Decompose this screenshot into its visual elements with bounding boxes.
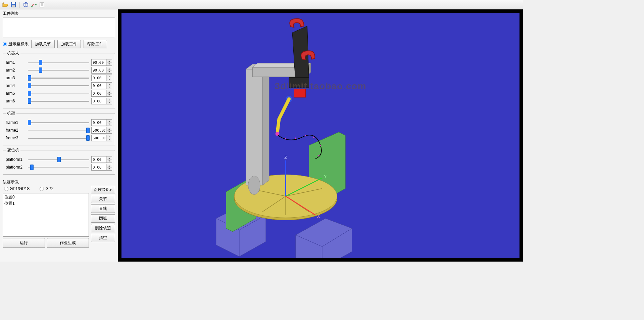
arm-slider[interactable] [28, 75, 89, 81]
svg-point-4 [35, 4, 37, 5]
main-toolbar [0, 0, 523, 9]
platform-spinner[interactable]: ▲▼ [91, 164, 112, 171]
save-icon[interactable] [10, 1, 17, 8]
spin-up-icon[interactable]: ▲ [107, 156, 112, 160]
generate-button[interactable]: 作业生成 [47, 238, 89, 248]
spin-down-icon[interactable]: ▼ [107, 131, 112, 134]
svg-rect-1 [12, 2, 15, 4]
gp1-radio[interactable]: GP1/GP1S [4, 186, 30, 191]
svg-text:Y: Y [324, 174, 327, 179]
svg-rect-20 [289, 78, 309, 88]
spin-down-icon[interactable]: ▼ [107, 168, 112, 171]
run-button[interactable]: 运行 [3, 238, 45, 248]
delete-traj-button[interactable]: 删除轨迹 [91, 224, 115, 232]
spin-up-icon[interactable]: ▲ [107, 90, 112, 94]
spin-down-icon[interactable]: ▼ [107, 71, 112, 74]
frame-spinner[interactable]: ▲▼ [91, 127, 112, 134]
position-item[interactable]: 位置0 [4, 194, 87, 200]
teach-title: 轨迹示教 [3, 179, 115, 185]
platform-label: platform2 [6, 165, 26, 170]
path-icon[interactable] [31, 1, 37, 8]
workpiece-listbox[interactable] [3, 17, 115, 38]
robot-scene: Z Y X [121, 13, 519, 258]
control-panel: 工件列表 显示坐标系 加载关节 加载工件 移除工件 机器人 arm1 [0, 9, 118, 262]
gp2-radio[interactable]: GP2 [40, 186, 53, 191]
svg-point-3 [31, 6, 33, 7]
svg-point-27 [313, 136, 314, 138]
svg-point-26 [305, 135, 306, 136]
arm-row-5: arm6 ▲▼ [6, 98, 112, 104]
spin-up-icon[interactable]: ▲ [107, 59, 112, 63]
svg-point-18 [248, 176, 260, 194]
spin-up-icon[interactable]: ▲ [107, 164, 112, 168]
arc-button[interactable]: 圆弧 [91, 214, 115, 223]
position-list[interactable]: 位置0位置1 [3, 193, 89, 237]
doc-icon[interactable] [39, 1, 45, 8]
frame-spinner[interactable]: ▲▼ [91, 119, 112, 126]
arm-spinner[interactable]: ▲▼ [91, 82, 112, 89]
arm-label: arm1 [6, 60, 26, 65]
arm-row-1: arm2 ▲▼ [6, 67, 112, 74]
load-joint-button[interactable]: 加载关节 [31, 40, 55, 48]
spin-down-icon[interactable]: ▼ [107, 160, 112, 163]
clear-button[interactable]: 清空 [91, 234, 115, 242]
platform-slider[interactable] [28, 164, 89, 170]
arm-slider[interactable] [28, 67, 89, 73]
spin-down-icon[interactable]: ▼ [107, 78, 112, 81]
model-icon[interactable] [22, 1, 29, 8]
arm-spinner[interactable]: ▲▼ [91, 67, 112, 74]
spin-up-icon[interactable]: ▲ [107, 83, 112, 86]
frame-row-0: frame1 ▲▼ [6, 119, 112, 126]
arm-slider[interactable] [28, 83, 89, 89]
spin-down-icon[interactable]: ▼ [107, 63, 112, 66]
frame-row-2: frame3 ▲▼ [6, 135, 112, 141]
platform-group: 变位机 platform1 ▲▼ platform2 ▲▼ [3, 147, 115, 175]
spin-up-icon[interactable]: ▲ [107, 120, 112, 123]
arm-slider[interactable] [28, 98, 89, 104]
3d-viewport[interactable]: Z Y X 3dlimit.taobao.com [121, 13, 519, 258]
svg-point-24 [285, 138, 286, 139]
arm-slider[interactable] [28, 90, 89, 96]
platform-slider[interactable] [28, 156, 89, 163]
spin-down-icon[interactable]: ▼ [107, 94, 112, 97]
svg-rect-5 [40, 2, 44, 7]
remove-work-button[interactable]: 移除工件 [84, 40, 107, 48]
spin-up-icon[interactable]: ▲ [107, 75, 112, 78]
frame-spinner[interactable]: ▲▼ [91, 135, 112, 141]
joint-button[interactable]: 关节 [91, 195, 115, 203]
arm-row-3: arm4 ▲▼ [6, 82, 112, 89]
line-button[interactable]: 直线 [91, 204, 115, 213]
arm-spinner[interactable]: ▲▼ [91, 59, 112, 66]
arm-spinner[interactable]: ▲▼ [91, 90, 112, 97]
show-points-button[interactable]: 点数据显示 [91, 186, 115, 193]
spin-down-icon[interactable]: ▼ [107, 101, 112, 104]
frame-slider[interactable] [28, 135, 89, 141]
arm-label: arm3 [6, 76, 26, 80]
frame-slider[interactable] [28, 120, 89, 126]
viewport-container: Z Y X 3dlimit.taobao.com [118, 9, 523, 262]
arm-spinner[interactable]: ▲▼ [91, 98, 112, 104]
load-work-button[interactable]: 加载工件 [57, 40, 81, 48]
arm-label: arm2 [6, 68, 26, 73]
spin-up-icon[interactable]: ▲ [107, 135, 112, 138]
spin-down-icon[interactable]: ▼ [107, 138, 112, 141]
position-item[interactable]: 位置1 [4, 200, 87, 207]
arm-row-4: arm5 ▲▼ [6, 90, 112, 97]
svg-rect-17 [246, 69, 262, 185]
svg-rect-2 [12, 5, 15, 7]
spin-up-icon[interactable]: ▲ [107, 127, 112, 131]
svg-text:Z: Z [284, 155, 287, 160]
frame-slider[interactable] [28, 127, 89, 133]
platform-row-0: platform1 ▲▼ [6, 156, 112, 163]
spin-up-icon[interactable]: ▲ [107, 67, 112, 71]
arm-spinner[interactable]: ▲▼ [91, 75, 112, 81]
arm-label: arm6 [6, 99, 26, 103]
arm-slider[interactable] [28, 59, 89, 65]
show-coord-radio[interactable]: 显示坐标系 [3, 41, 29, 47]
spin-down-icon[interactable]: ▼ [107, 86, 112, 89]
platform-spinner[interactable]: ▲▼ [91, 156, 112, 163]
frame-label: frame2 [6, 128, 26, 133]
open-icon[interactable] [2, 1, 9, 8]
spin-down-icon[interactable]: ▼ [107, 123, 112, 126]
spin-up-icon[interactable]: ▲ [107, 98, 112, 101]
